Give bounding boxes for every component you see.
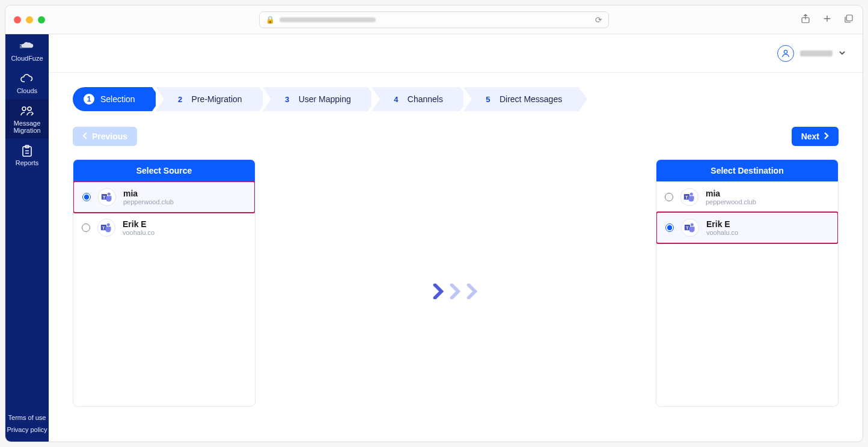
new-tab-icon[interactable]	[822, 13, 833, 26]
step-label: Pre-Migration	[192, 94, 242, 104]
svg-text:T: T	[685, 195, 688, 200]
close-window-button[interactable]	[14, 16, 21, 23]
account-domain: pepperwood.club	[123, 198, 174, 205]
source-account-row[interactable]: T mia pepperwood.club	[73, 181, 255, 213]
svg-point-18	[691, 224, 694, 227]
avatar-icon	[777, 45, 794, 62]
account-name: Erik E	[706, 219, 738, 229]
svg-text:T: T	[686, 225, 689, 231]
reload-icon[interactable]: ⟳	[595, 15, 602, 25]
svg-point-9	[108, 193, 111, 196]
svg-text:T: T	[103, 195, 106, 200]
teams-icon: T	[681, 219, 699, 237]
sidebar-label: CloudFuze	[11, 55, 43, 62]
cloud-icon	[20, 73, 34, 85]
account-domain: voohalu.co	[123, 229, 154, 236]
sidebar-item-reports[interactable]: Reports	[5, 139, 49, 171]
destination-panel: Select Destination T mia pepperwood.club	[656, 159, 839, 407]
teams-icon: T	[98, 188, 116, 206]
window-controls	[14, 16, 45, 23]
source-panel: Select Source T mia pepperwood.club	[73, 159, 255, 407]
sidebar-item-cloudfuze[interactable]: CloudFuze	[5, 34, 49, 67]
account-name: mia	[706, 189, 756, 198]
people-arrow-icon	[20, 105, 34, 117]
destination-radio[interactable]	[665, 193, 673, 201]
url-text-redacted	[280, 17, 376, 22]
step-direct-messages[interactable]: 5 Direct Messages	[463, 87, 579, 111]
chevron-down-icon	[839, 48, 846, 59]
tabs-overview-icon[interactable]	[843, 13, 854, 26]
lock-icon: 🔒	[266, 16, 275, 24]
destination-account-row[interactable]: T Erik E voohalu.co	[656, 211, 839, 244]
teams-icon: T	[97, 219, 115, 237]
account-name: Erik E	[123, 219, 154, 229]
user-name-redacted	[800, 50, 833, 56]
sidebar-label: Reports	[16, 159, 39, 166]
step-label: Selection	[100, 94, 135, 104]
svg-point-3	[28, 107, 31, 111]
share-icon[interactable]	[800, 13, 811, 26]
sidebar-label: Clouds	[17, 87, 37, 94]
source-radio[interactable]	[82, 193, 91, 201]
sidebar-link-privacy[interactable]: Privacy policy	[5, 424, 49, 436]
step-channels[interactable]: 4 Channels	[371, 87, 460, 111]
step-label: Channels	[408, 94, 443, 104]
stepper: 1 Selection 2 Pre-Migration 3 User Mappi…	[73, 87, 839, 111]
sidebar-link-terms[interactable]: Terms of use	[5, 412, 49, 424]
clipboard-icon	[20, 145, 34, 157]
panel-header: Select Destination	[656, 160, 838, 181]
account-name: mia	[123, 189, 174, 198]
sidebar-item-message-migration[interactable]: Message Migration	[5, 99, 49, 139]
step-user-mapping[interactable]: 3 User Mapping	[263, 87, 368, 111]
browser-chrome: 🔒 ⟳	[5, 5, 863, 34]
sidebar-label: Message Migration	[13, 120, 40, 134]
account-domain: voohalu.co	[706, 229, 738, 236]
step-pre-migration[interactable]: 2 Pre-Migration	[156, 87, 259, 111]
transfer-arrows	[270, 284, 641, 299]
chevron-left-icon	[82, 132, 88, 141]
svg-point-2	[22, 107, 26, 111]
chevron-right-icon	[823, 132, 829, 141]
panel-header: Select Source	[73, 160, 255, 181]
source-radio[interactable]	[82, 224, 90, 232]
step-selection[interactable]: 1 Selection	[73, 87, 152, 111]
next-button[interactable]: Next	[792, 127, 839, 146]
fullscreen-window-button[interactable]	[38, 16, 45, 23]
logo-icon	[20, 40, 34, 52]
main-area: 1 Selection 2 Pre-Migration 3 User Mappi…	[49, 34, 863, 442]
teams-icon: T	[680, 188, 698, 206]
user-menu[interactable]	[777, 45, 846, 62]
address-bar[interactable]: 🔒 ⟳	[259, 11, 609, 28]
step-label: User Mapping	[299, 94, 351, 104]
svg-point-12	[107, 224, 110, 227]
destination-radio[interactable]	[665, 224, 674, 232]
step-label: Direct Messages	[500, 94, 562, 104]
destination-account-row[interactable]: T mia pepperwood.club	[656, 181, 838, 212]
minimize-window-button[interactable]	[26, 16, 33, 23]
svg-point-6	[784, 50, 787, 53]
account-domain: pepperwood.club	[706, 198, 756, 205]
source-account-row[interactable]: T Erik E voohalu.co	[73, 213, 255, 243]
svg-point-15	[690, 193, 693, 196]
previous-button[interactable]: Previous	[73, 127, 137, 146]
sidebar: CloudFuze Clouds Message Migration Repor…	[5, 34, 49, 442]
topbar	[49, 34, 863, 73]
svg-rect-1	[846, 15, 852, 21]
svg-text:T: T	[102, 225, 105, 231]
sidebar-item-clouds[interactable]: Clouds	[5, 67, 49, 99]
